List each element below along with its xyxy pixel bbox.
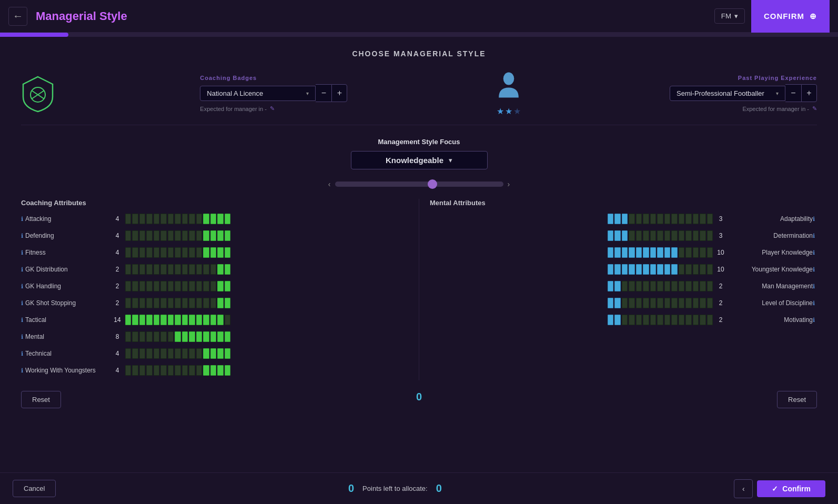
coaching-badges-section: Coaching Badges National A Licence ▾ − +… <box>200 75 347 112</box>
mental-bar-discipline <box>608 298 713 308</box>
chevron-down-icon: ▾ <box>776 90 779 96</box>
style-focus-dropdown[interactable]: Knowledgeable ▾ <box>351 151 488 169</box>
info-icon[interactable]: ℹ <box>21 216 23 223</box>
attr-row-gk-shot: ℹ GK Shot Stopping 2 <box>21 296 408 310</box>
points-right-value: 0 <box>436 482 442 495</box>
info-icon[interactable]: ℹ <box>813 233 815 239</box>
mental-row-adaptability: 3 Adaptability ℹ <box>430 212 817 226</box>
info-icon[interactable]: ℹ <box>21 266 23 273</box>
info-icon[interactable]: ℹ <box>21 317 23 324</box>
chevron-down-icon: ▾ <box>449 156 452 164</box>
past-experience-section: Past Playing Experience Semi-Professiona… <box>670 75 817 112</box>
edit-icon[interactable]: ✎ <box>270 105 275 112</box>
info-icon[interactable]: ℹ <box>21 233 23 239</box>
points-icon: 0 <box>416 391 422 403</box>
confirm-circle-icon: ⊕ <box>810 12 817 21</box>
section-title: CHOOSE MANAGERIAL STYLE <box>21 49 817 58</box>
coaching-badges-expected: Expected for manager in - ✎ <box>200 105 347 112</box>
style-slider-container: ‹ › <box>21 180 817 188</box>
coaching-badges-controls: National A Licence ▾ − + <box>200 84 347 102</box>
confirm-button[interactable]: ✓ Confirm <box>757 480 825 497</box>
info-icon[interactable]: ℹ <box>813 249 815 256</box>
attr-bar-youngsters <box>125 365 230 376</box>
attr-row-tactical: ℹ Tactical 14 <box>21 313 408 327</box>
main-content: CHOOSE MANAGERIAL STYLE Coaching Badges … <box>0 37 838 472</box>
star-1: ★ <box>497 106 504 116</box>
coaching-attributes-column: Coaching Attributes ℹ Attacking 4 ℹ Defe… <box>21 199 408 380</box>
style-focus-value: Knowledgeable <box>386 156 443 165</box>
info-icon[interactable]: ℹ <box>21 350 23 357</box>
mental-bar-adaptability <box>608 214 713 224</box>
page-title: Managerial Style <box>36 9 714 23</box>
star-2: ★ <box>505 106 512 116</box>
attr-row-defending: ℹ Defending 4 <box>21 229 408 243</box>
coaching-badge-icon <box>21 75 55 113</box>
attr-row-attacking: ℹ Attacking 4 <box>21 212 408 226</box>
coaching-badges-select-wrapper[interactable]: National A Licence ▾ <box>200 86 316 101</box>
info-icon[interactable]: ℹ <box>21 249 23 256</box>
past-experience-plus-button[interactable]: + <box>801 84 817 102</box>
edit-icon[interactable]: ✎ <box>812 105 817 112</box>
past-experience-select-wrapper[interactable]: Semi-Professional Footballer ▾ <box>670 86 785 101</box>
back-arrow-button[interactable]: ‹ <box>734 479 753 498</box>
attr-row-mental: ℹ Mental 8 <box>21 330 408 344</box>
points-left-label: Points left to allocate: <box>362 485 428 492</box>
back-button[interactable]: ← <box>8 7 27 26</box>
progress-strip <box>0 33 838 37</box>
info-icon[interactable]: ℹ <box>21 367 23 374</box>
attr-bar-defending <box>125 230 230 241</box>
mental-bar-motivating <box>608 315 713 325</box>
attr-bar-attacking <box>125 214 230 224</box>
reset-coaching-button[interactable]: Reset <box>21 391 61 408</box>
mental-row-player-knowledge: 10 Player Knowledge ℹ <box>430 246 817 259</box>
avatar-area: ★ ★ ★ <box>493 70 524 116</box>
slider-right-arrow[interactable]: › <box>508 180 510 188</box>
attr-bar-technical <box>125 348 230 359</box>
info-icon[interactable]: ℹ <box>21 334 23 340</box>
attr-bar-gk-handling <box>125 281 230 291</box>
style-focus-section: Management Style Focus Knowledgeable ▾ <box>21 138 817 169</box>
reset-mental-button[interactable]: Reset <box>777 391 817 408</box>
check-icon: ✓ <box>772 485 778 493</box>
slider-left-arrow[interactable]: ‹ <box>328 180 331 188</box>
confirm-top-button[interactable]: CONFIRM ⊕ <box>751 0 830 33</box>
info-icon[interactable]: ℹ <box>813 283 815 290</box>
info-icon[interactable]: ℹ <box>813 266 815 273</box>
slider-track[interactable] <box>335 182 503 187</box>
info-icon[interactable]: ℹ <box>21 300 23 307</box>
star-3: ★ <box>513 106 521 116</box>
attr-row-youngsters: ℹ Working With Youngsters 4 <box>21 364 408 377</box>
coaching-badges-minus-button[interactable]: − <box>316 84 331 102</box>
attr-row-gk-handling: ℹ GK Handling 2 <box>21 279 408 293</box>
mental-row-determination: 3 Determination ℹ <box>430 229 817 243</box>
past-experience-minus-button[interactable]: − <box>785 84 801 102</box>
coaching-attributes-title: Coaching Attributes <box>21 199 408 207</box>
slider-thumb[interactable] <box>428 179 437 189</box>
svg-point-3 <box>503 72 514 85</box>
mental-attributes-title: Mental Attributes <box>430 199 817 207</box>
bottom-center: 0 Points left to allocate: 0 <box>348 482 442 495</box>
info-icon[interactable]: ℹ <box>813 300 815 307</box>
mental-row-motivating: 2 Motivating ℹ <box>430 313 817 327</box>
fm-menu-button[interactable]: FM ▾ <box>714 8 745 24</box>
chevron-down-icon: ▾ <box>306 90 309 96</box>
chevron-down-icon: ▾ <box>734 12 738 20</box>
info-icon[interactable]: ℹ <box>813 216 815 223</box>
info-icon[interactable]: ℹ <box>813 317 815 324</box>
attr-bar-gk-dist <box>125 264 230 275</box>
avatar-stars: ★ ★ ★ <box>497 106 521 116</box>
top-bar: ← Managerial Style FM ▾ CONFIRM ⊕ <box>0 0 838 33</box>
mental-bar-player-knowledge <box>608 247 713 258</box>
coaching-badges-value: National A Licence <box>207 89 302 97</box>
info-icon[interactable]: ℹ <box>21 283 23 290</box>
mental-row-youngster-knowledge: 10 Youngster Knowledge ℹ <box>430 263 817 276</box>
bottom-right: ‹ ✓ Confirm <box>734 479 825 498</box>
mental-bar-man-management <box>608 281 713 291</box>
mental-bar-youngster-knowledge <box>608 264 713 275</box>
cancel-button[interactable]: Cancel <box>13 480 56 497</box>
attr-row-fitness: ℹ Fitness 4 <box>21 246 408 259</box>
coaching-badges-plus-button[interactable]: + <box>331 84 347 102</box>
attr-bar-mental <box>125 331 230 342</box>
attr-row-gk-dist: ℹ GK Distribution 2 <box>21 263 408 276</box>
attr-bar-gk-shot <box>125 298 230 308</box>
